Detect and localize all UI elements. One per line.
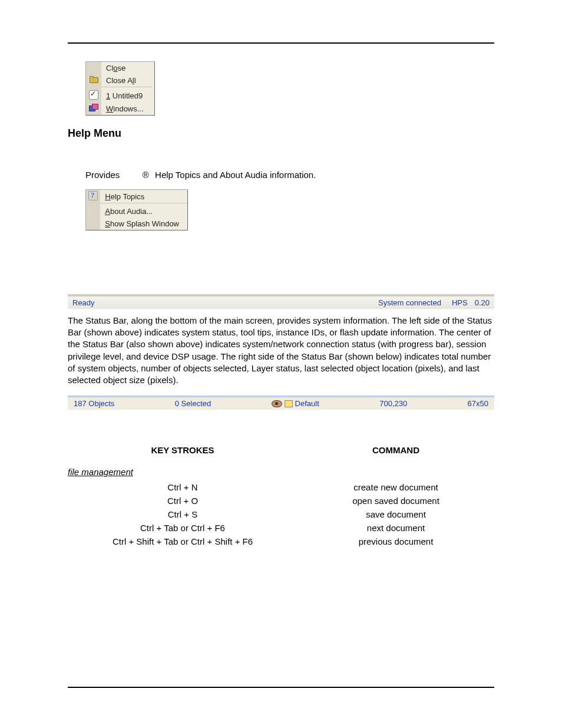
status-bar-bottom-screenshot: 187 Objects 0 Selected Default 700,230 6… — [68, 396, 494, 410]
help-menu-screenshot: Help Topics About Audia... Show Splash W… — [85, 189, 188, 230]
checkmark-icon — [89, 90, 98, 100]
col-header-command: COMMAND — [297, 445, 494, 455]
status-hps-value: 0.20 — [475, 298, 490, 307]
menu-item-label: Windows... — [106, 104, 144, 113]
menu-item[interactable]: About Audia... — [86, 205, 187, 218]
help-menu-heading: Help Menu — [68, 127, 494, 140]
status-selected: 0 Selected — [175, 399, 211, 408]
shortcut-command: save document — [297, 509, 494, 519]
status-objects: 187 Objects — [74, 399, 114, 408]
col-header-keystrokes: KEY STROKES — [68, 445, 297, 455]
status-layer: Default — [272, 399, 319, 408]
status-bar-top-screenshot: Ready System connected HPS 0.20 — [68, 294, 494, 309]
shortcut-row: Ctrl + Tab or Ctrl + F6 next document — [68, 521, 494, 535]
document-page: Close Close All 1 Untitled9 Windows... — [0, 0, 562, 728]
shortcut-command: previous document — [297, 536, 494, 546]
eye-icon — [272, 400, 282, 407]
status-layer-name: Default — [295, 399, 319, 408]
section-file-management: file management — [68, 467, 494, 477]
status-bar-description: The Status Bar, along the bottom of the … — [68, 315, 494, 387]
menu-item[interactable]: Show Splash Window — [86, 218, 187, 230]
shortcut-keys: Ctrl + Shift + Tab or Ctrl + Shift + F6 — [68, 536, 297, 546]
shortcut-keys: Ctrl + O — [68, 496, 297, 506]
layer-color-icon — [285, 400, 293, 407]
shortcut-keys: Ctrl + S — [68, 509, 297, 519]
shortcut-row: Ctrl + S save document — [68, 508, 494, 521]
menu-item[interactable]: Close All — [86, 74, 152, 87]
status-ready: Ready — [72, 298, 95, 307]
help-menu-description: Provides ® Help Topics and About Audia i… — [85, 169, 494, 181]
top-rule — [68, 42, 494, 44]
menu-item[interactable]: Close — [86, 62, 152, 74]
shortcuts-table: Ctrl + N create new document Ctrl + O op… — [68, 480, 494, 548]
shortcut-keys: Ctrl + Tab or Ctrl + F6 — [68, 523, 297, 533]
shortcut-row: Ctrl + N create new document — [68, 480, 494, 494]
menu-item[interactable]: Help Topics — [86, 190, 187, 203]
menu-item-label: Show Splash Window — [105, 219, 179, 228]
windows-icon — [89, 104, 98, 112]
window-menu-screenshot: Close Close All 1 Untitled9 Windows... — [85, 61, 155, 116]
menu-item-label: Close All — [106, 76, 136, 85]
menu-item-label: Close — [106, 64, 125, 73]
shortcut-command: open saved document — [297, 496, 494, 506]
status-connection: System connected — [378, 298, 441, 307]
help-icon — [88, 191, 98, 200]
menu-item[interactable]: 1 Untitled9 — [86, 89, 152, 103]
shortcut-keys: Ctrl + N — [68, 482, 297, 492]
shortcut-row: Ctrl + O open saved document — [68, 494, 494, 508]
folder-icon — [90, 76, 98, 83]
status-location: 700,230 — [379, 399, 407, 408]
shortcut-command: create new document — [297, 482, 494, 492]
status-size: 67x50 — [468, 399, 488, 408]
menu-item-label: About Audia... — [105, 207, 153, 216]
shortcut-row: Ctrl + Shift + Tab or Ctrl + Shift + F6 … — [68, 535, 494, 548]
menu-item-label: 1 Untitled9 — [106, 91, 143, 100]
shortcut-command: next document — [297, 523, 494, 533]
menu-item[interactable]: Windows... — [86, 103, 152, 115]
status-hps-label: HPS — [452, 298, 468, 307]
shortcuts-table-header: KEY STROKES COMMAND — [68, 445, 494, 455]
bottom-rule — [68, 687, 494, 688]
menu-item-label: Help Topics — [105, 192, 144, 201]
